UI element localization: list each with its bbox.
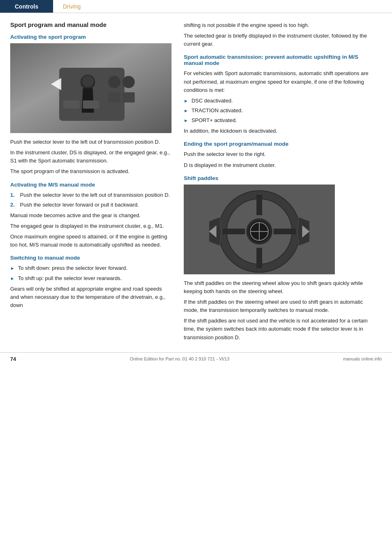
- svg-point-4: [82, 76, 94, 87]
- section4-para1: For vehicles with Sport automatic transm…: [184, 69, 376, 94]
- section4-bullets: ► DSC deactivated. ► TRACTION activated.…: [184, 97, 376, 125]
- right-para2: The selected gear is briefly displayed i…: [184, 32, 376, 48]
- main-content: Sport program and manual mode Activating…: [0, 13, 392, 344]
- section6-para2: If the shift paddles on the steering whe…: [184, 298, 376, 314]
- footer: 74 Online Edition for Part no. 01 40 2 9…: [0, 352, 392, 365]
- step-2: 2. Push the selector lever forward or pu…: [10, 201, 172, 209]
- bullet-arrow-2: ►: [10, 275, 15, 282]
- step-1: 1. Push the selector lever to the left o…: [10, 191, 172, 199]
- section3-bullets: ► To shift down: press the selector leve…: [10, 264, 172, 282]
- tab-driving-label: Driving: [63, 3, 81, 10]
- footer-brand: manuals online.info: [343, 356, 382, 361]
- bullet-arrow-dsc: ►: [184, 98, 188, 105]
- section2-para1: Manual mode becomes active and the gear …: [10, 211, 172, 220]
- bullet-arrow-1: ►: [10, 265, 15, 272]
- section5-title: Ending the sport program/manual mode: [184, 141, 376, 147]
- steering-wheel-image: [184, 185, 335, 274]
- right-para1: shifting is not possible if the engine s…: [184, 21, 376, 29]
- section1-title: Activating the sport program: [10, 34, 172, 40]
- section4-para2: In addition, the kickdown is deactivated…: [184, 127, 376, 135]
- tab-driving[interactable]: Driving: [53, 0, 94, 13]
- bullet-1: ► To shift down: press the selector leve…: [10, 264, 172, 272]
- section3-para1: Gears will only be shifted at appropriat…: [10, 285, 172, 309]
- right-column: shifting is not possible if the engine s…: [180, 21, 384, 344]
- section5-para2: D is displayed in the instrument cluster…: [184, 161, 376, 169]
- footer-part-info: Online Edition for Part no. 01 40 2 910 …: [130, 356, 229, 361]
- left-column: Sport program and manual mode Activating…: [0, 21, 180, 344]
- section1-para2: In the instrument cluster, DS is display…: [10, 149, 172, 165]
- gear-shifter-svg: [10, 43, 172, 133]
- svg-rect-11: [122, 92, 135, 102]
- bullet-arrow-traction: ►: [184, 107, 188, 114]
- bullet-arrow-sport: ►: [184, 117, 188, 124]
- svg-rect-9: [122, 76, 135, 88]
- svg-rect-7: [83, 100, 99, 109]
- tab-controls[interactable]: Controls: [0, 0, 53, 13]
- main-title: Sport program and manual mode: [10, 21, 172, 28]
- section2-para2: The engaged gear is displayed in the ins…: [10, 222, 172, 230]
- section4-title: Sport automatic transmission: prevent au…: [184, 54, 376, 66]
- section6-para1: The shift paddles on the steering wheel …: [184, 279, 376, 296]
- section1-para1: Push the selector lever to the left out …: [10, 138, 172, 146]
- svg-rect-6: [63, 100, 80, 109]
- page-number: 74: [10, 356, 16, 362]
- section6-para3: If the shift paddles are not used and th…: [184, 317, 376, 341]
- section5-para1: Push the selector lever to the right.: [184, 150, 376, 158]
- section6-title: Shift paddles: [184, 175, 376, 181]
- section2-para3: Once maximum engine speed is attained, o…: [10, 233, 172, 249]
- section2-steps: 1. Push the selector lever to the left o…: [10, 191, 172, 209]
- steering-image-inner: [184, 185, 335, 274]
- svg-rect-10: [108, 92, 120, 102]
- section3-title: Switching to manual mode: [10, 255, 172, 261]
- gear-shifter-image: [10, 43, 172, 133]
- bullet-dsc: ► DSC deactivated.: [184, 97, 376, 105]
- section2-title: Activating the M/S manual mode: [10, 182, 172, 188]
- section1-para3: The sport program of the transmission is…: [10, 167, 172, 176]
- header-tabs: Controls Driving: [0, 0, 392, 13]
- svg-rect-8: [108, 76, 120, 88]
- tab-controls-label: Controls: [15, 3, 38, 10]
- steering-wheel-svg: [184, 185, 335, 274]
- bullet-sport: ► SPORT+ activated.: [184, 116, 376, 125]
- bullet-traction: ► TRACTION activated.: [184, 107, 376, 115]
- bullet-2: ► To shift up: pull the selector lever r…: [10, 274, 172, 282]
- gear-shifter-image-inner: [10, 43, 172, 133]
